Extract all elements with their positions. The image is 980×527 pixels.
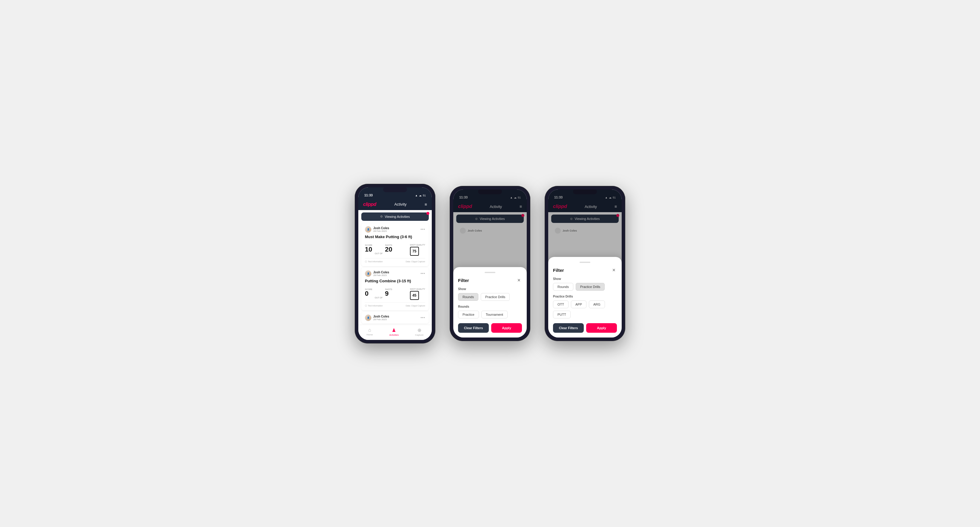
rounds-buttons-2: Practice Tournament: [458, 311, 522, 318]
stat-shots-value-2: 9: [385, 290, 392, 297]
stat-quality-label-2: Shot Quality: [410, 288, 425, 290]
user-date-2: 28 Feb 2023: [373, 274, 389, 277]
stat-quality-label-1: Shot Quality: [410, 244, 425, 246]
footer-data-2: Data: Clippd Capture: [406, 305, 425, 307]
activity-card-1: 👤 Josh Coles 28 Feb 2023 ••• Must Make P…: [361, 223, 429, 266]
card-stats-1: Score 10 OUT OF Shots 20 Shot Quality 75: [365, 241, 425, 256]
show-buttons-2: Rounds Practice Drills: [458, 293, 522, 301]
practice-drills-btn-2[interactable]: Practice Drills: [481, 293, 510, 301]
phone-2: 11:33 ▲ ☁ 51 clippd Activity ≡ ⚙ Viewing…: [450, 186, 530, 341]
stat-outof-2: OUT OF: [375, 297, 382, 300]
card-dots-1[interactable]: •••: [420, 227, 425, 232]
logo-1: clippd: [363, 202, 376, 207]
phone-3: 11:33 ▲ ☁ 51 clippd Activity ≡ ⚙ Viewing…: [545, 186, 625, 341]
stat-quality-1: Shot Quality 75: [410, 241, 425, 256]
signal-icon: ▲: [415, 194, 418, 197]
card-user-1: 👤 Josh Coles 28 Feb 2023: [365, 226, 389, 233]
ott-btn-3[interactable]: OTT: [553, 300, 568, 308]
stat-score-value-1: 10: [365, 246, 372, 253]
user-info-2: Josh Coles 28 Feb 2023: [373, 271, 389, 277]
avatar-inner-2: 👤: [365, 271, 371, 277]
wifi-icon: ☁: [419, 194, 422, 197]
avatar-inner-1: 👤: [365, 227, 371, 232]
clear-filters-btn-2[interactable]: Clear Filters: [458, 323, 489, 333]
rounds-btn-3[interactable]: Rounds: [553, 283, 573, 290]
user-date-1: 28 Feb 2023: [373, 230, 389, 232]
activity-card-2: 👤 Josh Coles 28 Feb 2023 ••• Putting Com…: [361, 267, 429, 310]
user-name-3: Josh Coles: [373, 315, 389, 318]
card-dots-2[interactable]: •••: [420, 271, 425, 276]
apply-btn-3[interactable]: Apply: [586, 323, 617, 333]
nav-title-1: Activity: [394, 202, 406, 206]
phone-1: 11:33 ▲ ☁ 51 clippd Activity ≡ ⚙ Viewing…: [355, 184, 435, 343]
tournament-btn-2[interactable]: Tournament: [481, 311, 508, 318]
card-footer-1: ⓘ Test Information Data: Clippd Capture: [365, 258, 425, 263]
card-title-2: Putting Combine (3-15 ft): [365, 279, 425, 283]
stat-shots-group-2: Shots 9: [385, 288, 392, 297]
practice-drills-btn-3[interactable]: Practice Drills: [576, 283, 605, 290]
app-btn-3[interactable]: APP: [571, 300, 587, 308]
stat-shots-group-1: Shots 20: [385, 244, 392, 253]
arg-btn-3[interactable]: ARG: [589, 300, 605, 308]
dynamic-island-1: [383, 187, 407, 192]
avatar-2: 👤: [365, 270, 371, 277]
practice-round-btn-2[interactable]: Practice: [458, 311, 479, 318]
rounds-btn-2[interactable]: Rounds: [458, 293, 478, 301]
filter-close-2[interactable]: ✕: [516, 277, 522, 283]
stat-score-group-2: Score 0: [365, 288, 372, 297]
user-info-3: Josh Coles 28 Feb 2023: [373, 315, 389, 321]
show-label-3: Show: [553, 277, 617, 281]
phone-3-inner: 11:33 ▲ ☁ 51 clippd Activity ≡ ⚙ Viewing…: [548, 189, 622, 338]
activities-icon-1: ♟: [392, 327, 396, 333]
show-label-2: Show: [458, 287, 522, 290]
menu-icon-1[interactable]: ≡: [425, 202, 427, 207]
stat-quality-2: Shot Quality 45: [410, 286, 425, 300]
tab-capture-label-1: Capture: [415, 333, 423, 336]
apply-btn-2[interactable]: Apply: [491, 323, 522, 333]
card-header-1: 👤 Josh Coles 28 Feb 2023 •••: [365, 226, 425, 233]
banner-dot-1: [426, 212, 430, 215]
rounds-label-2: Rounds: [458, 305, 522, 308]
filter-actions-2: Clear Filters Apply: [458, 323, 522, 333]
status-time-1: 11:33: [364, 194, 373, 197]
footer-info-2: ⓘ Test Information: [365, 305, 383, 307]
card-header-2: 👤 Josh Coles 28 Feb 2023 •••: [365, 270, 425, 277]
card-dots-3[interactable]: •••: [420, 316, 425, 320]
viewing-banner-text-1: Viewing Activities: [385, 215, 410, 218]
footer-info-1: ⓘ Test Information: [365, 260, 383, 263]
practice-label-3: Practice Drills: [553, 295, 617, 298]
tab-capture-1[interactable]: ⊕ Capture: [415, 327, 423, 336]
card-header-3: 👤 Josh Coles 28 Feb 2023 •••: [365, 314, 425, 321]
bottom-tabs-1: ⌂ Home ♟ Activities ⊕ Capture: [358, 325, 432, 340]
battery-icon: 51: [423, 194, 426, 197]
tab-home-1[interactable]: ⌂ Home: [366, 327, 373, 336]
tab-activities-1[interactable]: ♟ Activities: [389, 327, 399, 336]
card-user-3: 👤 Josh Coles 28 Feb 2023: [365, 314, 389, 321]
quality-badge-2: 45: [410, 291, 419, 300]
avatar-inner-3: 👤: [365, 315, 371, 321]
stat-score-value-2: 0: [365, 290, 372, 297]
filter-close-3[interactable]: ✕: [611, 267, 617, 273]
capture-icon-1: ⊕: [417, 327, 421, 333]
info-icon-2: ⓘ: [365, 305, 367, 307]
clear-filters-btn-3[interactable]: Clear Filters: [553, 323, 584, 333]
tab-activities-label-1: Activities: [389, 333, 399, 336]
filter-icon-1: ⚙: [380, 215, 383, 218]
filter-header-2: Filter ✕: [458, 277, 522, 283]
home-icon-1: ⌂: [368, 327, 371, 333]
stat-shots-value-1: 20: [385, 246, 392, 253]
scene: 11:33 ▲ ☁ 51 clippd Activity ≡ ⚙ Viewing…: [343, 172, 637, 356]
avatar-1: 👤: [365, 226, 371, 233]
stat-score-group-1: Score 10: [365, 244, 372, 253]
card-stats-2: Score 0 OUT OF Shots 9 Shot Quality 45: [365, 286, 425, 300]
show-buttons-3: Rounds Practice Drills: [553, 283, 617, 290]
viewing-banner-1[interactable]: ⚙ Viewing Activities: [361, 213, 429, 221]
avatar-3: 👤: [365, 314, 371, 321]
card-footer-2: ⓘ Test Information Data: Clippd Capture: [365, 302, 425, 307]
status-icons-1: ▲ ☁ 51: [415, 194, 426, 197]
footer-data-1: Data: Clippd Capture: [406, 260, 425, 263]
putt-btn-3[interactable]: PUTT: [553, 311, 571, 318]
filter-modal-2: Filter ✕ Show Rounds Practice Drills Rou…: [453, 267, 527, 338]
activity-card-3: 👤 Josh Coles 28 Feb 2023 •••: [361, 311, 429, 324]
user-name-1: Josh Coles: [373, 227, 389, 230]
